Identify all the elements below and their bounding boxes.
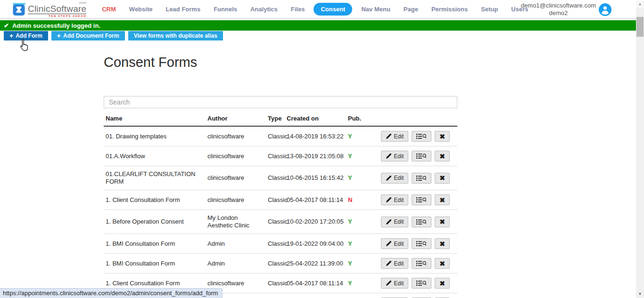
edit-button-label: Edit bbox=[394, 197, 404, 203]
edit-button[interactable]: Edit bbox=[381, 238, 409, 249]
app-window: .com ClinicSoftware TEN STEPS AHEAD CRMW… bbox=[0, 0, 644, 298]
button-label: View forms with duplicate alias bbox=[134, 32, 217, 39]
button-label: Add Document Form bbox=[63, 32, 119, 39]
view-forms-with-duplicate-alias-button[interactable]: View forms with duplicate alias bbox=[128, 31, 223, 40]
plus-icon: + bbox=[57, 32, 61, 39]
list-search-button[interactable] bbox=[412, 151, 431, 161]
pencil-icon bbox=[386, 241, 392, 247]
main-nav: CRMWebsiteLead FormsFunnelsAnalyticsFile… bbox=[98, 3, 532, 16]
list-search-icon bbox=[416, 260, 427, 266]
cell-actions: Edit✖ bbox=[374, 166, 457, 190]
list-search-icon bbox=[416, 197, 427, 203]
cell-author: clinicsoftware bbox=[207, 190, 268, 210]
logo-brand: ClinicSoftware bbox=[28, 4, 86, 13]
cell-type: Classic bbox=[268, 293, 287, 298]
scrollbar-thumb[interactable] bbox=[636, 17, 644, 37]
edit-button[interactable]: Edit bbox=[381, 194, 409, 205]
list-search-button[interactable] bbox=[412, 278, 431, 289]
list-search-button[interactable] bbox=[412, 258, 431, 269]
cell-created: 09-07-2018 18:16:33 bbox=[287, 293, 348, 298]
cell-actions: Edit✖ bbox=[374, 254, 457, 274]
cell-name: 01.A.Workflow bbox=[104, 146, 207, 166]
nav-item-nav-menu[interactable]: Nav Menu bbox=[357, 4, 394, 15]
nav-item-files[interactable]: Files bbox=[287, 4, 309, 15]
nav-item-consent[interactable]: Consent bbox=[314, 3, 352, 16]
hourglass-logo-icon bbox=[13, 3, 25, 16]
edit-button[interactable]: Edit bbox=[381, 217, 409, 227]
delete-button[interactable]: ✖ bbox=[435, 238, 450, 249]
add-form-button[interactable]: +Add Form bbox=[4, 31, 48, 40]
table-row: 1. BMI Consultation FormAdminClassic19-0… bbox=[104, 234, 457, 254]
col-header-created: Created on bbox=[287, 112, 348, 126]
edit-button-label: Edit bbox=[394, 175, 404, 181]
cell-created: 10-06-2015 16:15:42 bbox=[287, 166, 348, 190]
list-search-button[interactable] bbox=[412, 194, 431, 205]
edit-button-label: Edit bbox=[394, 241, 404, 247]
cell-pub-status: Y bbox=[348, 274, 374, 293]
edit-button-label: Edit bbox=[394, 153, 404, 160]
status-url-text: https://appointments.clinicsoftware.com/… bbox=[3, 290, 218, 297]
cell-type: Classic bbox=[268, 274, 287, 293]
cell-created: 14-08-2019 16:53:22 bbox=[287, 126, 348, 146]
edit-button[interactable]: Edit bbox=[381, 278, 409, 289]
nav-item-crm[interactable]: CRM bbox=[98, 4, 120, 15]
nav-item-permissions[interactable]: Permissions bbox=[427, 4, 472, 15]
edit-button[interactable]: Edit bbox=[381, 258, 409, 269]
edit-button[interactable]: Edit bbox=[381, 173, 409, 184]
cell-actions: Edit✖ bbox=[374, 210, 457, 234]
cell-pub-status: Y bbox=[348, 146, 374, 166]
cell-type: Classic bbox=[268, 146, 287, 166]
cell-actions: Edit✖ bbox=[374, 234, 457, 254]
pencil-icon bbox=[386, 133, 392, 139]
nav-item-lead-forms[interactable]: Lead Forms bbox=[161, 4, 205, 15]
pencil-icon bbox=[386, 280, 392, 286]
list-search-button[interactable] bbox=[412, 238, 431, 249]
list-search-button[interactable] bbox=[412, 131, 431, 142]
cell-pub-status: Y bbox=[348, 166, 374, 190]
nav-item-analytics[interactable]: Analytics bbox=[246, 4, 282, 15]
nav-item-website[interactable]: Website bbox=[125, 4, 157, 15]
scroll-down-arrow-icon[interactable]: ▼ bbox=[636, 290, 644, 298]
col-header-pub: Pub. bbox=[348, 112, 374, 126]
table-row: 01.CLEARLIFT CONSULTATION FORMclinicsoft… bbox=[104, 166, 457, 190]
delete-button[interactable]: ✖ bbox=[435, 194, 450, 205]
vertical-scrollbar[interactable]: ▲ ▼ bbox=[636, 0, 644, 298]
cell-type: Classic bbox=[268, 254, 287, 274]
x-icon: ✖ bbox=[439, 218, 445, 225]
user-box[interactable]: demo1@clinicsoftware.com demo2 bbox=[521, 2, 611, 17]
cell-name: 1. BMI Consultation Form bbox=[104, 234, 207, 254]
col-header-name: Name bbox=[104, 112, 207, 126]
logo-text: .com ClinicSoftware TEN STEPS AHEAD bbox=[28, 1, 86, 17]
cell-created: 05-04-2017 08:11:14 bbox=[287, 190, 348, 210]
cell-actions: Edit✖ bbox=[374, 190, 457, 210]
x-icon: ✖ bbox=[439, 153, 445, 160]
delete-button[interactable]: ✖ bbox=[435, 217, 450, 227]
table-header-row: Name Author Type Created on Pub. bbox=[104, 112, 457, 126]
add-document-form-button[interactable]: +Add Document Form bbox=[51, 31, 125, 40]
logo-tagline: TEN STEPS AHEAD bbox=[28, 14, 86, 17]
nav-item-funnels[interactable]: Funnels bbox=[209, 4, 241, 15]
nav-item-setup[interactable]: Setup bbox=[477, 4, 502, 15]
cell-created: 05-04-2017 08:11:14 bbox=[287, 274, 348, 293]
edit-button[interactable]: Edit bbox=[381, 131, 409, 142]
delete-button[interactable]: ✖ bbox=[435, 278, 450, 289]
table-row: 01.A.WorkflowclinicsoftwareClassic13-08-… bbox=[104, 146, 457, 166]
edit-button[interactable]: Edit bbox=[381, 151, 409, 161]
cell-pub-status: Y bbox=[348, 210, 374, 234]
pencil-icon bbox=[386, 260, 392, 266]
list-search-button[interactable] bbox=[412, 173, 431, 184]
nav-item-page[interactable]: Page bbox=[399, 4, 422, 15]
cell-actions: Edit✖ bbox=[374, 146, 457, 166]
search-input[interactable] bbox=[104, 96, 457, 108]
clinicsoftware-logo[interactable]: .com ClinicSoftware TEN STEPS AHEAD bbox=[13, 1, 86, 17]
cell-author: Admin bbox=[207, 234, 268, 254]
x-icon: ✖ bbox=[439, 175, 445, 181]
delete-button[interactable]: ✖ bbox=[435, 151, 450, 161]
scroll-up-arrow-icon[interactable]: ▲ bbox=[636, 0, 644, 8]
list-search-button[interactable] bbox=[412, 217, 431, 227]
col-header-actions bbox=[374, 112, 457, 126]
delete-button[interactable]: ✖ bbox=[435, 131, 450, 142]
user-avatar-icon[interactable] bbox=[599, 3, 611, 16]
delete-button[interactable]: ✖ bbox=[435, 258, 450, 269]
delete-button[interactable]: ✖ bbox=[435, 173, 450, 184]
